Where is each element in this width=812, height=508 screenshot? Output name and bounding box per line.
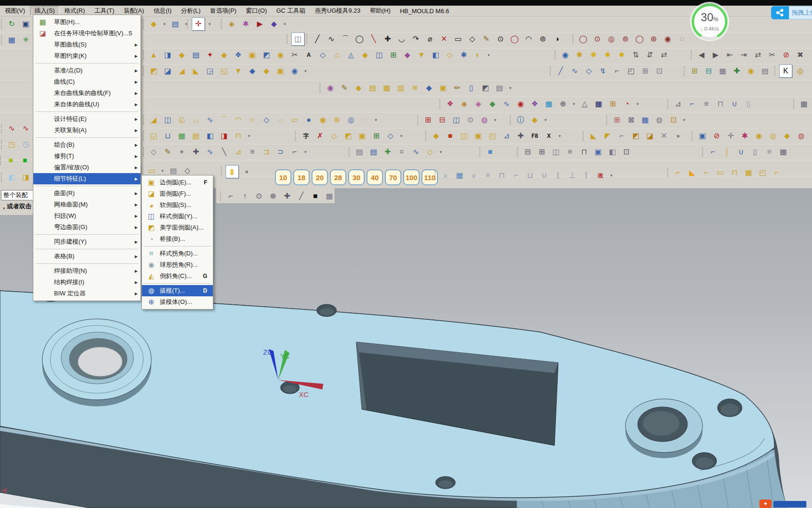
insert-menu-item-8[interactable]: 来自体的曲线(U)▶	[33, 99, 141, 110]
toolbar-icon[interactable]: ⌐	[611, 65, 623, 77]
toolbar-icon[interactable]: ▤	[169, 18, 181, 30]
dropdown-caret-icon[interactable]: ▾	[373, 114, 379, 126]
toolbar-icon[interactable]: ◢	[176, 65, 188, 77]
toolbar-icon[interactable]: ✚	[190, 146, 202, 158]
menubar-item-12[interactable]: HB_MOULD M6.6	[396, 7, 453, 15]
toolbar-icon[interactable]: ◫	[291, 32, 304, 46]
dropdown-caret-icon[interactable]: ▾	[303, 65, 308, 77]
toolbar-icon[interactable]: ◧	[6, 171, 18, 183]
toolbar-icon[interactable]: ▣	[20, 18, 32, 30]
dropdown-caret-icon[interactable]: ▾	[438, 146, 444, 158]
toolbar-icon[interactable]: ✱	[458, 49, 470, 61]
toolbar-icon[interactable]: ⇄	[658, 49, 670, 61]
insert-menu-item-6[interactable]: 曲线(C)▶	[33, 76, 141, 87]
toolbar-icon[interactable]: △	[578, 98, 591, 110]
radius-button-40[interactable]: 40	[367, 169, 383, 185]
toolbar-icon[interactable]: ◰	[757, 167, 769, 179]
toolbar-icon[interactable]: ⊟	[703, 65, 715, 77]
toolbar-icon[interactable]: ⊟	[522, 146, 534, 158]
toolbar-icon[interactable]: ▭	[714, 167, 726, 179]
dropdown-caret-icon[interactable]: ▾	[246, 130, 252, 142]
toolbar-icon[interactable]: ◠	[523, 33, 535, 45]
toolbar-icon[interactable]: ◡	[396, 33, 408, 45]
dropdown-caret-icon[interactable]: ▾	[492, 114, 498, 126]
download-progress-badge[interactable]: 30% ↓ 0.4K/s	[692, 4, 727, 40]
toolbar-icon[interactable]: A	[303, 49, 315, 61]
toolbar-icon[interactable]: ⌊	[552, 169, 564, 182]
toolbar-icon[interactable]: ≡	[482, 169, 494, 182]
toolbar-icon[interactable]: ◎	[767, 130, 779, 142]
toolbar-icon[interactable]: ◔	[621, 98, 633, 110]
insert-menu-item-2[interactable]: 草图曲线(S)▶	[33, 39, 141, 50]
menubar-item-4[interactable]: 装配(A)	[119, 6, 148, 16]
toolbar-icon[interactable]: ∿	[569, 65, 581, 77]
radius-button-18[interactable]: 18	[293, 169, 310, 185]
toolbar-icon[interactable]: ◠	[232, 114, 244, 126]
toolbar-icon[interactable]: ◇	[148, 146, 160, 158]
radius-button-20[interactable]: 20	[312, 169, 328, 185]
toolbar-icon[interactable]: ✚	[382, 146, 394, 158]
detail-submenu-item-5[interactable]: ◔桥接(B)...	[142, 233, 213, 245]
toolbar-icon[interactable]: ▼	[232, 65, 244, 77]
toolbar-icon[interactable]: ◨	[162, 49, 174, 61]
toolbar-icon[interactable]: ⌐	[707, 146, 719, 158]
toolbar-icon[interactable]: ≋	[409, 82, 421, 94]
toolbar-icon[interactable]: ◰	[486, 130, 499, 142]
toolbar-icon[interactable]: ◈	[226, 18, 238, 30]
toolbar-icon[interactable]: ◆	[246, 65, 258, 77]
toolbar-icon[interactable]: ▤	[190, 49, 202, 61]
toolbar-icon[interactable]: ◱	[148, 130, 160, 142]
toolbar-icon[interactable]: ■	[5, 154, 17, 167]
toolbar-icon[interactable]: ◬	[345, 49, 357, 61]
detail-submenu-item-11[interactable]: ◍拔模(T)...D	[142, 285, 213, 296]
toolbar-icon[interactable]: ◎	[794, 65, 806, 77]
drag-upload-widget[interactable]: 拖拽上传	[771, 6, 812, 19]
toolbar-icon[interactable]: ⌂	[331, 49, 343, 61]
toolbar-icon[interactable]: ◣	[190, 65, 202, 77]
toolbar-icon[interactable]: ⊙	[591, 33, 603, 45]
dropdown-caret-icon[interactable]: ▾	[207, 18, 212, 30]
toolbar-icon[interactable]: ✸	[616, 49, 628, 61]
toolbar-icon[interactable]: ✕	[438, 33, 450, 45]
toolbar-icon[interactable]: ◰	[625, 65, 637, 77]
toolbar-icon[interactable]: ▯	[742, 98, 755, 110]
toolbar-icon[interactable]: ◷	[20, 138, 32, 151]
toolbar-icon[interactable]: ▼	[415, 49, 428, 61]
toolbar-icon[interactable]: ⌔	[274, 114, 287, 126]
toolbar-icon[interactable]: ◩	[479, 82, 492, 94]
insert-menu-item-13[interactable]: 组合(B)▶	[33, 139, 141, 151]
insert-menu-item-18[interactable]: 曲面(R)▶	[33, 188, 141, 199]
toolbar-icon[interactable]: »	[241, 166, 253, 178]
toolbar-icon[interactable]: ◩	[342, 130, 354, 142]
toolbar-icon[interactable]: ∪	[735, 146, 747, 158]
toolbar-icon[interactable]: ⊞	[688, 65, 701, 77]
detail-submenu-item-0[interactable]: ▣边倒圆(E)...F	[142, 177, 213, 188]
toolbar-icon[interactable]: ⊚	[619, 33, 632, 45]
toolbar-icon[interactable]: ❖	[444, 98, 456, 110]
toolbar-icon[interactable]: ❖	[232, 49, 244, 61]
toolbar-icon[interactable]: ⌀	[424, 33, 436, 45]
toolbar-icon[interactable]: ⊞	[607, 98, 619, 110]
toolbar-icon[interactable]: ◈	[472, 98, 484, 110]
toolbar-icon[interactable]: ◈	[458, 98, 470, 110]
toolbar-icon[interactable]: ▣	[437, 82, 449, 94]
toolbar-icon[interactable]: ⊘	[710, 130, 723, 142]
toolbar-icon[interactable]: ◉	[662, 33, 674, 45]
toolbar-icon[interactable]: ◫	[373, 49, 385, 61]
menubar-item-2[interactable]: 格式(R)	[60, 6, 89, 16]
toolbar-icon[interactable]: ▤	[190, 130, 202, 142]
insert-menu-item-21[interactable]: 弯边曲面(G)▶	[33, 222, 141, 233]
radius-button-100[interactable]: 100	[403, 169, 420, 185]
toolbar-icon[interactable]: ◇	[583, 65, 595, 77]
detail-submenu-item-4[interactable]: ◩美学面倒圆(A)...	[142, 222, 213, 233]
toolbar-icon[interactable]: ✱	[739, 130, 751, 142]
menubar-item-6[interactable]: 分析(L)	[177, 6, 205, 16]
detail-submenu-item-8[interactable]: ◉球形拐角(R)...	[142, 259, 213, 270]
toolbar-icon[interactable]: ∿	[410, 146, 422, 158]
toolbar-icon[interactable]: ⊥	[566, 169, 578, 182]
toolbar-icon[interactable]: ▭	[452, 33, 464, 45]
toolbar-icon[interactable]: F8	[529, 130, 541, 142]
insert-menu-item-11[interactable]: 关联复制(A)▶	[33, 125, 141, 136]
toolbar-icon[interactable]: ◨	[218, 130, 230, 142]
menubar-item-11[interactable]: 帮助(H)	[366, 6, 395, 16]
